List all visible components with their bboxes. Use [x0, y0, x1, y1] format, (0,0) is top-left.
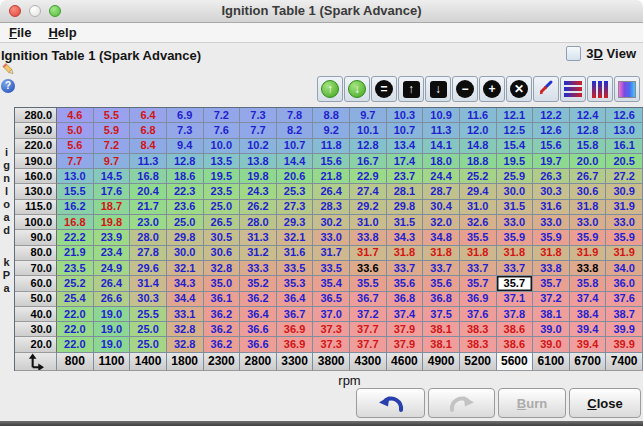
table-cell[interactable]: 30.9: [606, 184, 643, 199]
table-cell[interactable]: 33.3: [240, 261, 277, 276]
table-cell[interactable]: 35.9: [606, 230, 643, 245]
table-cell[interactable]: 35.2: [240, 276, 277, 291]
table-cell[interactable]: 26.3: [533, 169, 570, 184]
rpm-bin-header[interactable]: 3300: [277, 353, 314, 371]
table-cell[interactable]: 33.6: [350, 261, 387, 276]
table-cell[interactable]: 32.1: [167, 261, 204, 276]
load-bin-header[interactable]: 60.0: [15, 276, 57, 291]
table-cell[interactable]: 32.6: [460, 215, 497, 230]
menu-item-file[interactable]: File: [9, 25, 31, 40]
table-cell[interactable]: 37.2: [533, 292, 570, 307]
load-bin-header[interactable]: 160.0: [15, 169, 57, 184]
table-cell[interactable]: 31.8: [497, 246, 534, 261]
rpm-bin-header[interactable]: 2300: [204, 353, 241, 371]
table-cell[interactable]: 7.8: [277, 108, 314, 123]
table-cell[interactable]: 35.8: [570, 276, 607, 291]
table-cell[interactable]: 25.3: [277, 184, 314, 199]
table-cell[interactable]: 30.4: [423, 200, 460, 215]
menu-item-help[interactable]: Help: [48, 25, 76, 40]
table-cell[interactable]: 15.4: [497, 139, 534, 154]
table-cell[interactable]: 12.6: [606, 108, 643, 123]
table-cell[interactable]: 35.6: [387, 276, 424, 291]
table-cell[interactable]: 6.8: [130, 123, 167, 138]
table-cell[interactable]: 30.6: [204, 246, 241, 261]
table-cell[interactable]: 37.3: [313, 322, 350, 337]
table-cell[interactable]: 22.0: [57, 322, 94, 337]
table-cell[interactable]: 31.8: [533, 246, 570, 261]
load-bin-header[interactable]: 115.0: [15, 200, 57, 215]
add-button[interactable]: +: [479, 76, 505, 102]
table-cell[interactable]: 25.2: [57, 276, 94, 291]
edit-pencil-button[interactable]: [533, 76, 559, 102]
table-cell[interactable]: 36.8: [387, 292, 424, 307]
table-cell[interactable]: 23.9: [94, 230, 131, 245]
table-cell[interactable]: 38.1: [533, 307, 570, 322]
table-cell[interactable]: 28.3: [313, 200, 350, 215]
burn-button[interactable]: Burn: [498, 388, 566, 418]
table-cell[interactable]: 33.8: [570, 261, 607, 276]
table-cell[interactable]: 39.9: [606, 337, 643, 352]
table-cell[interactable]: 31.4: [130, 276, 167, 291]
table-cell[interactable]: 22.9: [350, 169, 387, 184]
table-cell[interactable]: 33.0: [533, 215, 570, 230]
table-cell[interactable]: 36.5: [313, 292, 350, 307]
table-cell[interactable]: 31.6: [277, 246, 314, 261]
table-cell[interactable]: 5.5: [94, 108, 131, 123]
table-cell[interactable]: 36.9: [277, 337, 314, 352]
table-cell[interactable]: 25.0: [167, 215, 204, 230]
table-cell[interactable]: 29.4: [460, 184, 497, 199]
close-button[interactable]: Close: [569, 388, 641, 418]
table-cell[interactable]: 30.3: [130, 292, 167, 307]
table-cell[interactable]: 25.0: [130, 337, 167, 352]
table-cell[interactable]: 39.4: [570, 322, 607, 337]
table-cell[interactable]: 31.0: [460, 200, 497, 215]
table-cell[interactable]: 14.5: [94, 169, 131, 184]
table-cell[interactable]: 38.6: [497, 337, 534, 352]
table-cell[interactable]: 37.4: [570, 292, 607, 307]
table-cell[interactable]: 33.0: [497, 215, 534, 230]
table-cell[interactable]: 12.0: [460, 123, 497, 138]
load-bin-header[interactable]: 40.0: [15, 307, 57, 322]
table-cell[interactable]: 13.0: [57, 169, 94, 184]
rpm-bin-header[interactable]: 5200: [460, 353, 497, 371]
rpm-bin-header[interactable]: 800: [57, 353, 94, 371]
load-bin-header[interactable]: 90.0: [15, 230, 57, 245]
subtract-button[interactable]: −: [452, 76, 478, 102]
green-arrow-down-button[interactable]: ↓: [344, 76, 370, 102]
table-cell[interactable]: 13.0: [606, 123, 643, 138]
table-cell[interactable]: 37.0: [313, 307, 350, 322]
table-cell[interactable]: 38.4: [570, 307, 607, 322]
table-cell[interactable]: 34.3: [167, 276, 204, 291]
table-cell[interactable]: 10.1: [350, 123, 387, 138]
multiply-button[interactable]: ✕: [506, 76, 532, 102]
rpm-bin-header[interactable]: 7400: [606, 353, 643, 371]
table-cell[interactable]: 36.2: [204, 322, 241, 337]
table-cell[interactable]: 16.8: [57, 215, 94, 230]
rpm-bin-header[interactable]: 6100: [533, 353, 570, 371]
table-cell[interactable]: 19.0: [94, 307, 131, 322]
table-cell[interactable]: 9.2: [313, 123, 350, 138]
table-cell[interactable]: 28.7: [423, 184, 460, 199]
table-cell[interactable]: 31.3: [240, 230, 277, 245]
table-cell[interactable]: 31.8: [570, 200, 607, 215]
table-cell[interactable]: 30.3: [533, 184, 570, 199]
table-cell[interactable]: 19.0: [94, 337, 131, 352]
load-bin-header[interactable]: 280.0: [15, 108, 57, 123]
table-cell[interactable]: 36.2: [240, 292, 277, 307]
set-equal-button[interactable]: =: [371, 76, 397, 102]
table-cell[interactable]: 31.7: [350, 246, 387, 261]
rpm-bin-header[interactable]: 4900: [423, 353, 460, 371]
rpm-bin-header[interactable]: 5600: [497, 353, 534, 371]
table-cell[interactable]: 23.4: [94, 246, 131, 261]
table-cell[interactable]: 33.8: [533, 261, 570, 276]
table-cell[interactable]: 23.0: [130, 215, 167, 230]
table-cell[interactable]: 36.7: [350, 292, 387, 307]
table-cell[interactable]: 15.8: [570, 139, 607, 154]
table-cell[interactable]: 7.2: [204, 108, 241, 123]
table-cell[interactable]: 16.7: [350, 154, 387, 169]
table-cell[interactable]: 38.1: [423, 322, 460, 337]
table-cell[interactable]: 7.3: [167, 123, 204, 138]
table-cell[interactable]: 19.0: [94, 322, 131, 337]
table-cell[interactable]: 37.1: [497, 292, 534, 307]
table-cell[interactable]: 7.7: [57, 154, 94, 169]
